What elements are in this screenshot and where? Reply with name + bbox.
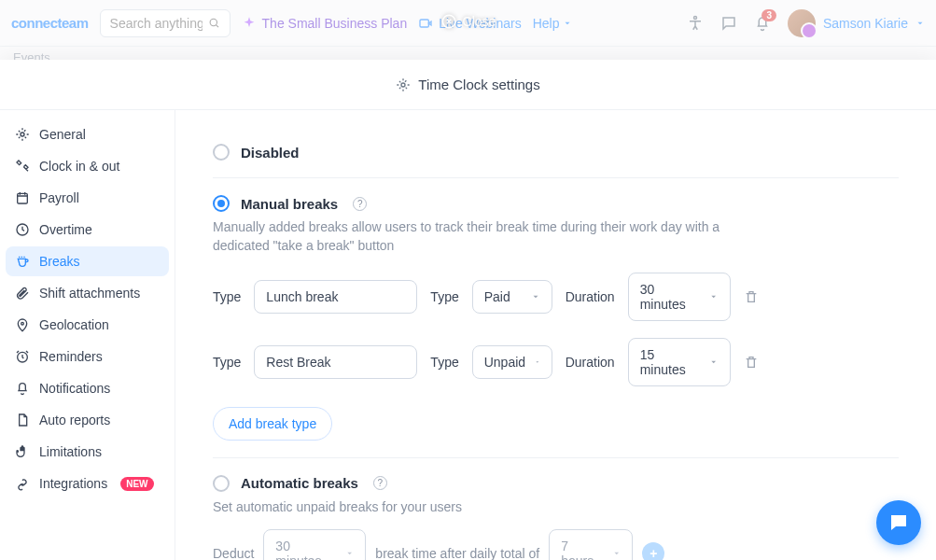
paperclip-icon (15, 286, 30, 301)
search-input-wrap[interactable] (100, 9, 231, 37)
clock-alert-icon (15, 349, 30, 364)
sidebar-item-clock-in-out[interactable]: Clock in & out (6, 151, 169, 181)
trash-icon[interactable] (744, 355, 759, 370)
svg-point-5 (401, 83, 405, 87)
radio-automatic[interactable]: Automatic breaks ? (213, 475, 899, 492)
sidebar-item-integrations[interactable]: Integrations NEW (6, 469, 169, 498)
automatic-desc: Set automatic unpaid breaks for your use… (213, 497, 735, 516)
help-icon[interactable]: ? (373, 476, 387, 490)
chat-icon[interactable] (720, 15, 737, 32)
chevron-down-icon (709, 292, 718, 301)
sidebar-item-label: Breaks (39, 254, 80, 269)
chat-fab[interactable] (876, 500, 921, 545)
svg-rect-2 (420, 20, 428, 27)
sidebar-item-label: Reminders (39, 349, 103, 364)
break-name-input[interactable] (254, 345, 417, 379)
after-label: break time after daily total of (375, 546, 539, 560)
manual-desc: Manually added breaks allow users to tra… (213, 217, 735, 256)
sidebar-item-shift-attachments[interactable]: Shift attachments (6, 278, 169, 308)
pay-select[interactable]: Unpaid (472, 345, 552, 379)
sidebar-item-label: Notifications (39, 381, 110, 396)
radio-manual[interactable]: Manual breaks ? (213, 195, 899, 212)
help-label: Help (533, 16, 560, 31)
sidebar-item-label: Limitations (39, 444, 102, 459)
sidebar-item-auto-reports[interactable]: Auto reports (6, 405, 169, 435)
duration-label: Duration (566, 355, 615, 370)
gear-icon (15, 127, 30, 142)
chevron-down-icon (709, 357, 718, 367)
chevron-down-icon (345, 549, 354, 558)
pay-value: Unpaid (484, 355, 525, 370)
chevron-down-icon (563, 19, 572, 28)
trash-icon[interactable] (744, 289, 759, 304)
calendar-icon (15, 190, 30, 205)
settings-modal: Time Clock settings General Clock in & o… (0, 60, 936, 560)
deduct-select[interactable]: 30 minutes (263, 529, 366, 560)
user-name: Samson Kiarie (823, 16, 908, 31)
sidebar-item-general[interactable]: General (6, 119, 169, 149)
user-menu[interactable]: Samson Kiarie (788, 9, 925, 37)
duration-label: Duration (566, 289, 615, 304)
hand-icon (15, 444, 30, 459)
tools-icon (15, 159, 30, 174)
radio-label: Automatic breaks (241, 475, 358, 491)
doc-icon (15, 413, 30, 427)
radio-icon (213, 195, 230, 212)
add-break-type-button[interactable]: Add break type (213, 407, 332, 441)
sidebar-item-reminders[interactable]: Reminders (6, 342, 169, 371)
sidebar-item-limitations[interactable]: Limitations (6, 437, 169, 467)
plan-link[interactable]: The Small Business Plan (242, 16, 408, 31)
help-icon[interactable]: ? (353, 197, 367, 211)
break-row: Type Type Unpaid Duration 15 minutes (213, 338, 899, 386)
sidebar-item-geolocation[interactable]: Geolocation (6, 310, 169, 340)
svg-point-6 (21, 133, 24, 136)
radio-label: Manual breaks (241, 196, 338, 212)
search-icon (208, 16, 220, 30)
duration-value: 15 minutes (640, 347, 701, 377)
close-icon (440, 13, 457, 30)
radio-icon (213, 144, 230, 161)
svg-point-9 (21, 322, 24, 325)
type-label: Type (213, 289, 241, 304)
break-name-input[interactable] (254, 280, 417, 314)
pay-select[interactable]: Paid (472, 280, 552, 314)
sidebar-item-payroll[interactable]: Payroll (6, 183, 169, 213)
topbar-right: 3 Samson Kiarie (687, 9, 925, 37)
duration-select[interactable]: 30 minutes (628, 273, 731, 321)
section-disabled: Disabled (213, 127, 899, 178)
duration-value: 30 minutes (640, 282, 701, 312)
after-select[interactable]: 7 hours (549, 529, 633, 560)
chevron-down-icon (612, 549, 622, 558)
modal-header: Time Clock settings (0, 60, 936, 110)
duration-select[interactable]: 15 minutes (628, 338, 731, 386)
chat-bubble-icon (887, 511, 910, 534)
notifications-button[interactable]: 3 (754, 15, 771, 32)
sparkle-icon (242, 16, 257, 31)
sidebar-item-notifications[interactable]: Notifications (6, 373, 169, 403)
after-value: 7 hours (561, 539, 602, 560)
sidebar-item-label: Integrations (39, 476, 107, 491)
notification-badge: 3 (761, 9, 776, 21)
auto-deduct-row: Deduct 30 minutes break time after daily… (213, 529, 899, 560)
deduct-label: Deduct (213, 546, 254, 560)
help-link[interactable]: Help (533, 16, 573, 31)
close-button[interactable]: Close (440, 13, 496, 30)
video-icon (418, 16, 433, 31)
add-auto-rule-button[interactable]: + (642, 542, 664, 560)
accessibility-icon[interactable] (687, 15, 704, 32)
chevron-down-icon (531, 292, 540, 301)
chevron-down-icon (535, 357, 540, 367)
radio-disabled[interactable]: Disabled (213, 144, 899, 161)
svg-point-0 (210, 19, 217, 25)
section-automatic: Automatic breaks ? Set automatic unpaid … (213, 458, 899, 560)
new-badge: NEW (120, 477, 153, 491)
avatar (788, 9, 816, 37)
pay-label: Type (430, 355, 458, 370)
svg-line-1 (217, 25, 218, 27)
sidebar-item-overtime[interactable]: Overtime (6, 215, 169, 245)
sidebar-item-label: Overtime (39, 222, 92, 237)
svg-rect-7 (18, 193, 28, 203)
search-input[interactable] (110, 16, 203, 31)
sidebar-item-breaks[interactable]: Breaks (6, 246, 169, 276)
clock-icon (15, 222, 30, 237)
